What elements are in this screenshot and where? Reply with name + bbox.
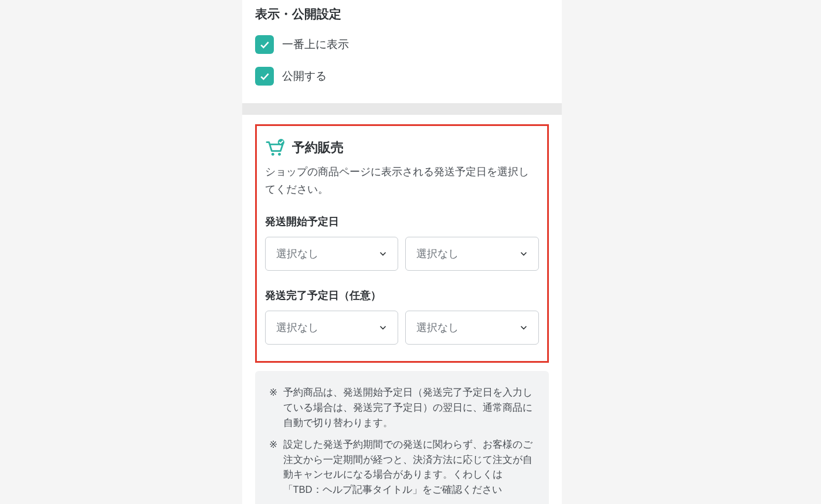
preorder-highlight-box: 予約販売 ショップの商品ページに表示される発送予定日を選択してください。 発送開… [255,124,549,363]
note-marker: ※ [269,437,277,497]
checkbox-show-top-label: 一番上に表示 [282,37,349,52]
svg-point-0 [271,153,274,156]
note-text-1: 予約商品は、発送開始予定日（発送完了予定日を入力している場合は、発送完了予定日）… [283,385,535,430]
end-date-label: 発送完了予定日（任意） [265,288,539,302]
preorder-title: 予約販売 [292,139,344,156]
start-date-select-1[interactable]: 選択なし [265,237,399,271]
chevron-down-icon [378,322,388,333]
select-value: 選択なし [276,321,318,335]
note-row: ※ 予約商品は、発送開始予定日（発送完了予定日を入力している場合は、発送完了予定… [269,385,535,430]
cart-check-icon [265,139,285,156]
start-date-select-2[interactable]: 選択なし [405,237,539,271]
checkbox-row-top[interactable]: 一番上に表示 [255,35,549,54]
preorder-panel: 予約販売 ショップの商品ページに表示される発送予定日を選択してください。 発送開… [242,115,562,504]
checkbox-publish[interactable] [255,67,274,86]
preorder-description: ショップの商品ページに表示される発送予定日を選択してください。 [265,164,539,198]
svg-point-1 [278,153,281,156]
chevron-down-icon [518,248,529,259]
checkbox-publish-label: 公開する [282,69,327,84]
chevron-down-icon [378,248,388,259]
note-row: ※ 設定した発送予約期間での発送に関わらず、お客様のご注文から一定期間が経つと、… [269,437,535,497]
start-date-select-row: 選択なし 選択なし [265,237,539,271]
select-value: 選択なし [416,321,459,335]
checkbox-row-publish[interactable]: 公開する [255,67,549,86]
check-icon [259,39,270,50]
check-icon [259,70,270,82]
note-marker: ※ [269,385,277,430]
section-divider [242,103,562,115]
display-settings-title: 表示・公開設定 [255,0,549,22]
end-date-select-row: 選択なし 選択なし [265,311,539,345]
preorder-notes-box: ※ 予約商品は、発送開始予定日（発送完了予定日を入力している場合は、発送完了予定… [255,371,549,504]
chevron-down-icon [518,322,529,333]
checkbox-show-top[interactable] [255,35,274,54]
display-settings-panel: 表示・公開設定 一番上に表示 公開する [242,0,562,103]
select-value: 選択なし [416,247,459,261]
select-value: 選択なし [276,247,318,261]
note-text-2: 設定した発送予約期間での発送に関わらず、お客様のご注文から一定期間が経つと、決済… [283,437,535,497]
start-date-label: 発送開始予定日 [265,214,539,229]
end-date-select-1[interactable]: 選択なし [265,311,399,345]
preorder-header: 予約販売 [265,139,539,156]
end-date-select-2[interactable]: 選択なし [405,311,539,345]
